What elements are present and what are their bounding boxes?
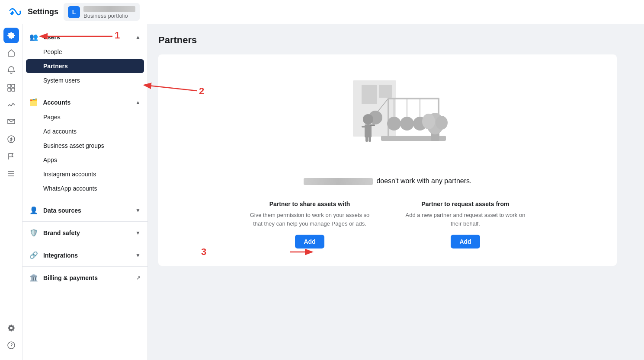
- portfolio-subtitle: Business portfolio: [83, 13, 135, 19]
- top-bar: Settings L Business portfolio: [0, 0, 644, 24]
- data-sources-icon: 👤: [29, 207, 38, 214]
- partner-share-desc: Give them permission to work on your ass…: [249, 211, 370, 228]
- partner-share-option: Partner to share assets with Give them p…: [249, 201, 370, 248]
- integrations-section: 🔗 Integrations ▼: [22, 248, 147, 263]
- brand-safety-label: Brand safety: [43, 229, 80, 236]
- rail-home-icon[interactable]: [3, 28, 19, 43]
- partner-share-title: Partner to share assets with: [249, 201, 370, 207]
- integrations-section-header[interactable]: 🔗 Integrations ▼: [22, 248, 147, 263]
- divider-5: [22, 266, 147, 267]
- svg-rect-24: [362, 126, 367, 127]
- sidebar: 👥 Users ▲ People Partners System users 🗂…: [22, 24, 148, 360]
- blurred-company-name: [304, 178, 373, 185]
- svg-rect-8: [362, 85, 377, 104]
- add-request-button[interactable]: Add: [451, 235, 480, 248]
- users-chevron-up: ▲: [135, 34, 141, 40]
- add-share-button[interactable]: Add: [295, 235, 324, 248]
- data-sources-section-header[interactable]: 👤 Data sources ▼: [22, 203, 147, 218]
- svg-rect-11: [388, 98, 389, 137]
- rail-chart-icon[interactable]: [3, 97, 19, 112]
- data-sources-label: Data sources: [43, 207, 81, 214]
- sidebar-item-ad-accounts[interactable]: Ad accounts: [26, 124, 144, 138]
- billing-section-header[interactable]: 🏛️ Billing & payments ↗: [22, 270, 147, 285]
- svg-point-14: [387, 117, 401, 131]
- sidebar-item-whatsapp-accounts[interactable]: WhatsApp accounts: [26, 182, 144, 195]
- rail-question-icon[interactable]: [3, 338, 19, 353]
- svg-point-30: [422, 114, 435, 129]
- accounts-chevron-up: ▲: [135, 99, 141, 105]
- svg-rect-2: [12, 84, 15, 87]
- rail-nav-home[interactable]: [3, 45, 19, 61]
- brand-safety-chevron: ▼: [135, 230, 141, 236]
- divider-1: [22, 91, 147, 91]
- portfolio-name-blurred: Business portfolio: [83, 5, 135, 19]
- divider-2: [22, 199, 147, 199]
- accounts-icon: 🗂️: [29, 99, 38, 106]
- settings-label: Settings: [28, 7, 58, 16]
- no-partners-desc: doesn't work with any partners.: [376, 177, 471, 185]
- billing-section: 🏛️ Billing & payments ↗: [22, 270, 147, 285]
- data-sources-chevron: ▼: [135, 207, 141, 213]
- main-content: Partners: [148, 24, 644, 360]
- page-title: Partners: [158, 35, 634, 46]
- users-section: 👥 Users ▲ People Partners System users: [22, 29, 147, 87]
- sidebar-item-instagram-accounts[interactable]: Instagram accounts: [26, 167, 144, 181]
- partner-request-title: Partner to request assets from: [405, 201, 526, 207]
- billing-external-icon: ↗: [136, 275, 141, 281]
- portfolio-badge[interactable]: L Business portfolio: [64, 3, 140, 21]
- billing-icon: 🏛️: [29, 274, 38, 281]
- accounts-section: 🗂️ Accounts ▲ Pages Ad accounts Business…: [22, 95, 147, 195]
- rail-message-icon[interactable]: [3, 114, 19, 130]
- divider-3: [22, 221, 147, 222]
- accounts-section-header[interactable]: 🗂️ Accounts ▲: [22, 95, 147, 110]
- rail-flag-icon[interactable]: [3, 149, 19, 164]
- divider-4: [22, 244, 147, 244]
- no-partners-text: doesn't work with any partners.: [304, 177, 472, 185]
- integrations-label: Integrations: [43, 252, 78, 259]
- icon-rail: [0, 0, 22, 360]
- sidebar-item-system-users[interactable]: System users: [26, 73, 144, 87]
- integrations-chevron: ▼: [135, 252, 141, 258]
- rail-pages-icon[interactable]: [3, 80, 19, 95]
- sidebar-item-people[interactable]: People: [26, 45, 144, 59]
- users-icon: 👥: [29, 33, 38, 41]
- brand-safety-section: 🛡️ Brand safety ▼: [22, 225, 147, 240]
- svg-rect-3: [8, 88, 11, 91]
- svg-rect-10: [388, 98, 439, 99]
- users-section-header[interactable]: 👥 Users ▲: [22, 29, 147, 45]
- rail-bell-icon[interactable]: [3, 62, 19, 78]
- sidebar-item-business-asset-groups[interactable]: Business asset groups: [26, 139, 144, 153]
- blurred-portfolio-name: [83, 6, 135, 12]
- partners-illustration: [318, 72, 457, 167]
- rail-menu-icon[interactable]: [3, 166, 19, 182]
- brand-safety-section-header[interactable]: 🛡️ Brand safety ▼: [22, 225, 147, 240]
- svg-rect-27: [368, 137, 371, 142]
- rail-settings-gear-icon[interactable]: [3, 320, 19, 336]
- svg-rect-4: [12, 88, 15, 91]
- data-sources-section: 👤 Data sources ▼: [22, 203, 147, 218]
- svg-rect-26: [365, 137, 368, 142]
- partners-card: doesn't work with any partners. Partner …: [158, 54, 617, 266]
- partner-request-option: Partner to request assets from Add a new…: [405, 201, 526, 248]
- svg-rect-9: [379, 85, 392, 98]
- users-section-label: Users: [43, 34, 60, 41]
- meta-logo: [7, 4, 22, 20]
- accounts-section-label: Accounts: [43, 99, 70, 106]
- svg-point-16: [400, 117, 414, 131]
- rail-bottom: [3, 320, 19, 360]
- rail-dollar-icon[interactable]: [3, 131, 19, 147]
- integrations-icon: 🔗: [29, 252, 38, 259]
- sidebar-item-apps[interactable]: Apps: [26, 153, 144, 167]
- sidebar-item-partners[interactable]: Partners: [26, 59, 144, 73]
- partners-options: Partner to share assets with Give them p…: [249, 201, 526, 248]
- svg-point-22: [363, 114, 373, 124]
- partner-request-desc: Add a new partner and request asset to w…: [405, 211, 526, 228]
- svg-rect-25: [370, 124, 375, 126]
- brand-safety-icon: 🛡️: [29, 229, 38, 236]
- svg-point-31: [436, 116, 448, 130]
- billing-label: Billing & payments: [43, 274, 98, 281]
- sidebar-item-pages[interactable]: Pages: [26, 110, 144, 124]
- svg-rect-1: [8, 84, 11, 87]
- portfolio-avatar: L: [68, 6, 80, 18]
